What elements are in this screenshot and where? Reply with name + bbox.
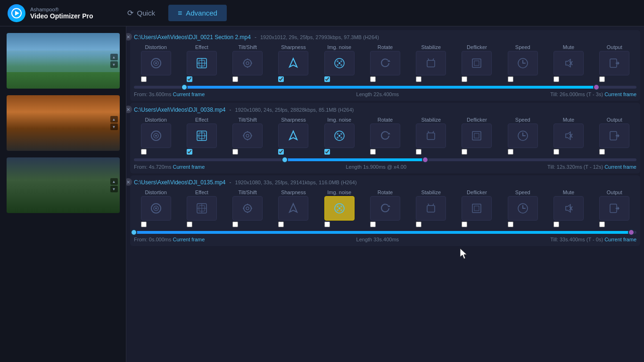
tool-speed-1[interactable]: Speed [501, 44, 545, 82]
tool-checkbox-mute-1[interactable] [553, 76, 559, 82]
tool-deflicker-1[interactable]: Deflicker [455, 44, 499, 82]
thumb-up-1[interactable]: ▲ [110, 54, 118, 60]
file-path-3[interactable]: C:\Users\Axel\Videos\DJI_0135.mp4 [134, 179, 226, 186]
tool-output-3[interactable]: Output [593, 189, 636, 227]
tool-checkbox-speed-3[interactable] [508, 222, 513, 227]
tool-checkbox-img_noise-1[interactable] [324, 76, 330, 82]
tool-img_noise-2[interactable]: Img. noise [317, 117, 361, 155]
tool-speed-3[interactable]: Speed [501, 189, 545, 227]
timeline-handle-end-3[interactable] [628, 229, 635, 236]
tool-checkbox-output-1[interactable] [599, 76, 605, 82]
tool-checkbox-sharpness-1[interactable] [278, 76, 284, 82]
tool-checkbox-output-3[interactable] [599, 222, 605, 227]
tool-tilt_shift-1[interactable]: Tilt/Shift [226, 44, 270, 82]
close-button-3[interactable]: ✕ [126, 178, 132, 186]
tool-effect-3[interactable]: Effect [180, 189, 223, 227]
tool-checkbox-deflicker-2[interactable] [462, 149, 467, 155]
current-frame-from-3[interactable]: Current frame [173, 237, 205, 242]
tool-checkbox-mute-2[interactable] [553, 149, 559, 155]
svg-point-54 [339, 135, 340, 137]
timeline-handle-end-2[interactable] [422, 156, 429, 163]
tool-tilt_shift-3[interactable]: Tilt/Shift [226, 189, 270, 227]
thumb-down-1[interactable]: ▼ [110, 61, 118, 68]
tool-sharpness-1[interactable]: Sharpness [272, 44, 315, 82]
tool-output-1[interactable]: Output [593, 44, 636, 82]
tool-stabilize-1[interactable]: Stabilize [409, 44, 453, 82]
tool-stabilize-2[interactable]: Stabilize [409, 117, 453, 155]
file-path-1[interactable]: C:\Users\Axel\Videos\DJI_0021 Section 2.… [134, 34, 251, 41]
tool-speed-2[interactable]: Speed [501, 117, 545, 155]
current-frame-from-1[interactable]: Current frame [173, 91, 205, 97]
timeline-handle-start-2[interactable] [281, 156, 288, 163]
current-frame-till-2[interactable]: Current frame [604, 164, 636, 170]
timeline-handle-start-3[interactable] [131, 229, 137, 236]
tool-checkbox-tilt_shift-3[interactable] [232, 222, 238, 227]
timeline-track-3[interactable] [134, 231, 636, 234]
tool-sharpness-3[interactable]: Sharpness [272, 189, 315, 227]
video-thumbnail-2[interactable]: ▲ ▼ [7, 95, 120, 151]
tool-checkbox-img_noise-2[interactable] [324, 149, 330, 155]
tool-checkbox-tilt_shift-2[interactable] [232, 149, 238, 155]
video-thumbnail-1[interactable]: ▲ ▼ [7, 33, 120, 89]
tool-checkbox-rotate-3[interactable] [370, 222, 376, 227]
video-thumbnail-3[interactable]: ▲ ▼ [7, 157, 120, 213]
tab-advanced[interactable]: ≡ Advanced [168, 5, 227, 21]
tool-checkbox-effect-2[interactable] [187, 149, 192, 155]
tool-checkbox-distortion-3[interactable] [141, 222, 147, 227]
tool-checkbox-sharpness-3[interactable] [278, 222, 284, 227]
tool-checkbox-distortion-2[interactable] [141, 149, 147, 155]
tool-checkbox-stabilize-2[interactable] [416, 149, 421, 155]
tool-checkbox-deflicker-3[interactable] [462, 222, 467, 227]
tool-mute-3[interactable]: Mute [546, 189, 590, 227]
tool-img_noise-3[interactable]: Img. noise [317, 189, 361, 227]
tab-quick[interactable]: ⟳ Quick [118, 5, 165, 21]
thumb-down-3[interactable]: ▼ [110, 186, 118, 192]
tool-checkbox-deflicker-1[interactable] [462, 76, 467, 82]
tool-checkbox-speed-1[interactable] [508, 76, 513, 82]
nav-tabs: ⟳ Quick ≡ Advanced [118, 5, 227, 21]
tool-checkbox-mute-3[interactable] [553, 222, 559, 227]
current-frame-till-1[interactable]: Current frame [604, 91, 636, 97]
tool-checkbox-effect-1[interactable] [187, 76, 192, 82]
tool-rotate-2[interactable]: Rotate [363, 117, 407, 155]
thumb-up-3[interactable]: ▲ [110, 178, 118, 185]
tool-distortion-3[interactable]: Distortion [134, 189, 178, 227]
tool-checkbox-effect-3[interactable] [187, 222, 192, 227]
timeline-handle-start-1[interactable] [181, 84, 188, 90]
close-button-1[interactable]: ✕ [126, 33, 132, 41]
tool-checkbox-stabilize-1[interactable] [416, 76, 421, 82]
tool-img_noise-1[interactable]: Img. noise [317, 44, 361, 82]
tool-effect-1[interactable]: Effect [180, 44, 223, 82]
tool-effect-2[interactable]: Effect [180, 117, 223, 155]
current-frame-till-3[interactable]: Current frame [604, 237, 636, 242]
tool-checkbox-rotate-2[interactable] [370, 149, 376, 155]
thumb-down-2[interactable]: ▼ [110, 123, 118, 130]
tool-checkbox-output-2[interactable] [599, 149, 605, 155]
tool-deflicker-2[interactable]: Deflicker [455, 117, 499, 155]
tool-deflicker-3[interactable]: Deflicker [455, 189, 499, 227]
thumb-up-2[interactable]: ▲ [110, 116, 118, 123]
tool-output-2[interactable]: Output [593, 117, 636, 155]
tool-checkbox-img_noise-3[interactable] [324, 222, 330, 227]
tool-tilt_shift-2[interactable]: Tilt/Shift [226, 117, 270, 155]
tool-mute-2[interactable]: Mute [546, 117, 590, 155]
tool-checkbox-stabilize-3[interactable] [416, 222, 421, 227]
timeline-handle-end-1[interactable] [593, 84, 600, 90]
tool-checkbox-rotate-1[interactable] [370, 76, 376, 82]
tool-sharpness-2[interactable]: Sharpness [272, 117, 315, 155]
tool-mute-1[interactable]: Mute [546, 44, 590, 82]
tool-rotate-3[interactable]: Rotate [363, 189, 407, 227]
current-frame-from-2[interactable]: Current frame [173, 164, 205, 170]
tool-checkbox-tilt_shift-1[interactable] [232, 76, 238, 82]
tool-rotate-1[interactable]: Rotate [363, 44, 407, 82]
tool-distortion-1[interactable]: Distortion [134, 44, 178, 82]
tool-checkbox-speed-2[interactable] [508, 149, 513, 155]
timeline-track-1[interactable] [134, 86, 636, 89]
timeline-track-2[interactable] [134, 158, 636, 161]
tool-distortion-2[interactable]: Distortion [134, 117, 178, 155]
file-path-2[interactable]: C:\Users\Axel\Videos\DJI_0038.mp4 [134, 107, 226, 113]
close-button-2[interactable]: ✕ [126, 106, 132, 113]
tool-stabilize-3[interactable]: Stabilize [409, 189, 453, 227]
tool-checkbox-distortion-1[interactable] [141, 76, 147, 82]
tool-checkbox-sharpness-2[interactable] [278, 149, 284, 155]
